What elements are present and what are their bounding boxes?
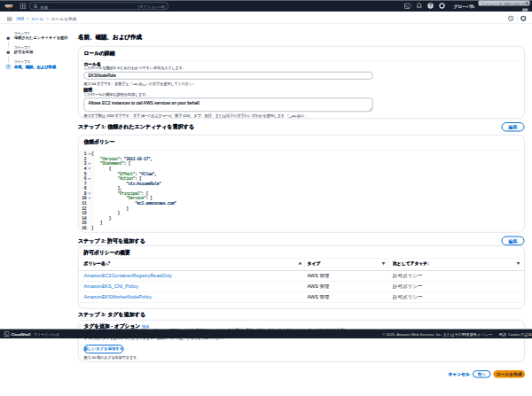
svg-text:?: ? (429, 4, 432, 8)
